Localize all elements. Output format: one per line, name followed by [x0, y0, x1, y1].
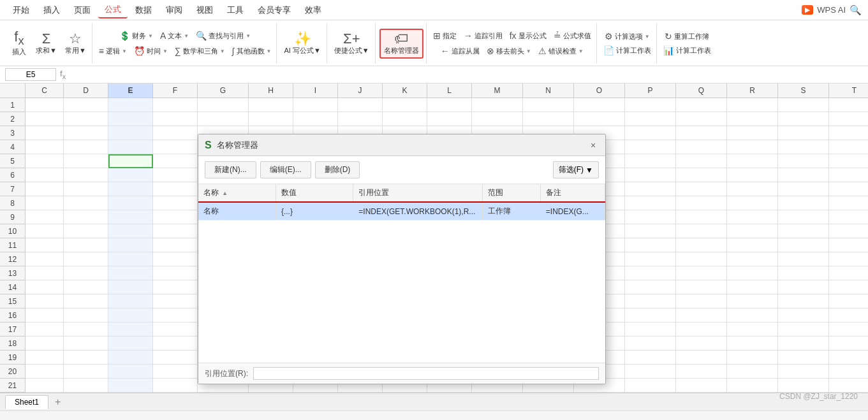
cell-l2[interactable]	[427, 112, 472, 126]
cell-q2[interactable]	[676, 112, 727, 126]
lookup-btn[interactable]: 🔍 查找与引用 ▼	[193, 29, 253, 42]
error-check-btn[interactable]: ⚠ 错误检查 ▼	[536, 45, 586, 57]
cell-p3[interactable]	[625, 126, 676, 140]
col-header-note[interactable]: 备注	[540, 184, 605, 202]
cell-r2[interactable]	[727, 112, 778, 126]
col-header-k[interactable]: K	[383, 83, 427, 98]
ref-position-input[interactable]	[253, 367, 599, 380]
col-header-ref[interactable]: 引用位置	[353, 184, 482, 202]
cell-e2[interactable]	[108, 112, 153, 126]
col-header-t[interactable]: T	[829, 83, 868, 98]
cell-m2[interactable]	[472, 112, 523, 126]
finance-btn[interactable]: 💲 财务 ▼	[117, 29, 156, 42]
name-manager-dialog[interactable]: S 名称管理器 × 新建(N)... 编辑(E)... 删除(D) 筛选(F) …	[198, 134, 606, 384]
cell-t3[interactable]	[829, 126, 868, 140]
add-sheet-btn[interactable]: +	[51, 396, 64, 408]
cell-d2[interactable]	[64, 112, 108, 126]
search-icon[interactable]: 🔍	[850, 4, 862, 16]
cell-n1[interactable]	[523, 98, 574, 112]
col-header-f[interactable]: F	[153, 83, 198, 98]
show-formula-btn[interactable]: fx 显示公式	[507, 29, 549, 42]
cell-p5[interactable]	[625, 154, 676, 168]
cell-m1[interactable]	[472, 98, 523, 112]
cell-g2[interactable]	[198, 112, 249, 126]
row-header-19[interactable]: 19	[0, 351, 25, 365]
cell-l1[interactable]	[427, 98, 472, 112]
other-func-btn[interactable]: ∫ 其他函数 ▼	[230, 45, 274, 57]
menu-item-page[interactable]: 页面	[68, 3, 97, 18]
row-header-8[interactable]: 8	[0, 196, 25, 210]
col-header-c[interactable]: C	[26, 83, 64, 98]
cell-o1[interactable]	[574, 98, 625, 112]
cell-e1[interactable]	[108, 98, 153, 112]
menu-item-start[interactable]: 开始	[6, 3, 36, 18]
row-header-11[interactable]: 11	[0, 238, 25, 252]
menu-item-tools[interactable]: 工具	[221, 3, 250, 18]
dialog-close-button[interactable]: ×	[587, 140, 599, 151]
row-header-9[interactable]: 9	[0, 210, 25, 224]
cell-t4[interactable]	[829, 140, 868, 154]
delete-name-button[interactable]: 删除(D)	[315, 161, 360, 178]
col-header-g[interactable]: G	[198, 83, 249, 98]
name-manager-btn[interactable]: 🏷 名称管理器	[379, 29, 423, 59]
cell-e6[interactable]	[108, 168, 153, 182]
cell-c2[interactable]	[26, 112, 64, 126]
common-btn[interactable]: ☆ 常用▼	[62, 30, 89, 57]
wps-ai-label[interactable]: WPS AI	[817, 5, 846, 15]
cell-f3[interactable]	[153, 126, 198, 140]
cell-n2[interactable]	[523, 112, 574, 126]
formula-value-btn[interactable]: ≟ 公式求值	[551, 29, 594, 42]
row-header-15[interactable]: 15	[0, 294, 25, 308]
cell-q3[interactable]	[676, 126, 727, 140]
menu-item-insert[interactable]: 插入	[37, 3, 66, 18]
cell-d4[interactable]	[64, 140, 108, 154]
col-header-r[interactable]: R	[727, 83, 778, 98]
cell-t1[interactable]	[829, 98, 868, 112]
menu-item-efficiency[interactable]: 效率	[298, 3, 328, 18]
cell-g1[interactable]	[198, 98, 249, 112]
new-name-button[interactable]: 新建(N)...	[205, 161, 256, 178]
trace-prec-btn[interactable]: ← 追踪从属	[438, 45, 482, 57]
cell-p4[interactable]	[625, 140, 676, 154]
cell-c4[interactable]	[26, 140, 64, 154]
cell-f1[interactable]	[153, 98, 198, 112]
cell-d5[interactable]	[64, 154, 108, 168]
col-header-value[interactable]: 数值	[276, 184, 353, 202]
cell-r1[interactable]	[727, 98, 778, 112]
col-header-i[interactable]: I	[293, 83, 338, 98]
row-header-3[interactable]: 3	[0, 126, 25, 140]
cell-k1[interactable]	[383, 98, 427, 112]
quick-formula-btn[interactable]: Σ+ 便捷公式▼	[331, 30, 372, 57]
math-btn[interactable]: ∑ 数学和三角 ▼	[172, 45, 228, 57]
menu-item-formula[interactable]: 公式	[98, 2, 128, 18]
time-btn[interactable]: ⏰ 时间 ▼	[131, 45, 170, 57]
row-header-13[interactable]: 13	[0, 266, 25, 280]
cell-t5[interactable]	[829, 154, 868, 168]
cell-d3[interactable]	[64, 126, 108, 140]
formula-input[interactable]	[70, 70, 863, 79]
cell-j2[interactable]	[338, 112, 383, 126]
cell-q1[interactable]	[676, 98, 727, 112]
cell-o2[interactable]	[574, 112, 625, 126]
calc-workbook-btn[interactable]: 📊 计算工作表	[661, 44, 714, 57]
menu-item-member[interactable]: 会员专享	[251, 3, 297, 18]
col-header-s[interactable]: S	[778, 83, 829, 98]
col-header-l[interactable]: L	[427, 83, 472, 98]
col-header-e[interactable]: E	[108, 83, 153, 98]
row-header-4[interactable]: 4	[0, 140, 25, 154]
col-header-d[interactable]: D	[64, 83, 108, 98]
cell-f2[interactable]	[153, 112, 198, 126]
col-header-h[interactable]: H	[249, 83, 293, 98]
cell-r4[interactable]	[727, 140, 778, 154]
cell-i2[interactable]	[293, 112, 338, 126]
calc-options-btn[interactable]: ⚙ 计算选项 ▼	[602, 30, 652, 43]
cell-s5[interactable]	[778, 154, 829, 168]
specify-btn[interactable]: ⊞ 指定	[430, 29, 459, 42]
col-header-name[interactable]: 名称 ▲	[198, 184, 276, 202]
row-header-14[interactable]: 14	[0, 280, 25, 294]
cell-r5[interactable]	[727, 154, 778, 168]
cell-j1[interactable]	[338, 98, 383, 112]
calc-sheet-btn[interactable]: 📄 计算工作表	[601, 44, 654, 57]
cell-d6[interactable]	[64, 168, 108, 182]
cell-s3[interactable]	[778, 126, 829, 140]
